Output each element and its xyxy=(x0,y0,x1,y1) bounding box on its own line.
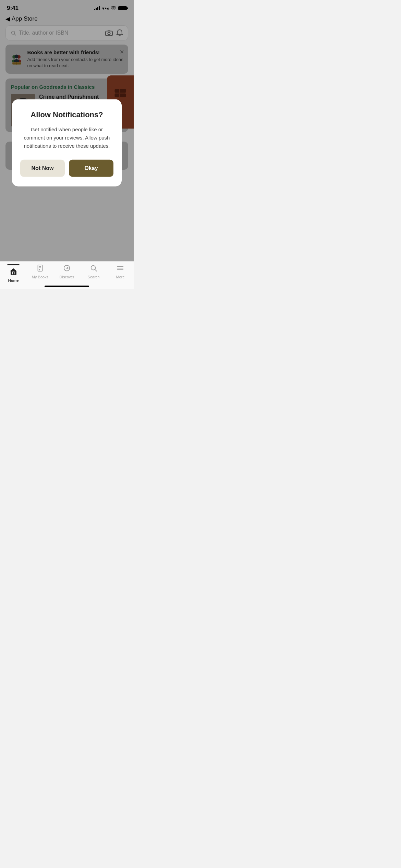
home-icon xyxy=(10,268,17,277)
svg-rect-18 xyxy=(38,265,42,271)
tab-label-my-books: My Books xyxy=(32,275,48,279)
discover-icon xyxy=(63,264,71,274)
tab-item-my-books[interactable]: My Books xyxy=(30,264,50,282)
dialog-message: Get notified when people like or comment… xyxy=(20,125,113,150)
tab-item-discover[interactable]: Discover xyxy=(57,264,77,282)
tab-item-more[interactable]: More xyxy=(110,264,131,282)
svg-rect-21 xyxy=(39,269,40,270)
svg-point-24 xyxy=(66,268,68,269)
tab-label-search: Search xyxy=(88,275,100,279)
dialog-title: Allow Notifications? xyxy=(20,110,113,119)
tab-label-discover: Discover xyxy=(60,275,74,279)
tab-item-search[interactable]: Search xyxy=(83,264,104,282)
svg-line-26 xyxy=(95,269,97,271)
tab-item-home[interactable]: Home xyxy=(3,264,24,282)
search-tab-icon xyxy=(90,264,97,274)
okay-button[interactable]: Okay xyxy=(69,160,113,177)
my-books-icon xyxy=(36,264,44,274)
home-indicator xyxy=(45,286,89,287)
not-now-button[interactable]: Not Now xyxy=(20,160,65,177)
dialog-buttons: Not Now Okay xyxy=(20,160,113,177)
tab-bar: Home My Books Discover xyxy=(0,261,134,289)
tab-label-more: More xyxy=(116,275,124,279)
tab-label-home: Home xyxy=(8,278,19,282)
notification-dialog: Allow Notifications? Get notified when p… xyxy=(12,99,122,186)
more-icon xyxy=(117,264,124,274)
tab-active-indicator xyxy=(7,264,20,265)
